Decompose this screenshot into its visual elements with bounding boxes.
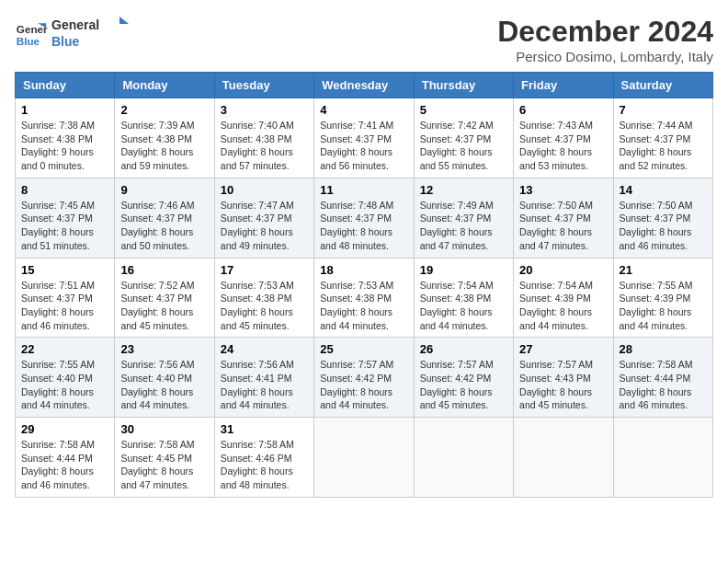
weekday-header-sunday: Sunday xyxy=(16,73,115,98)
weekday-header-saturday: Saturday xyxy=(613,73,712,98)
calendar-cell: 8 Sunrise: 7:45 AMSunset: 4:37 PMDayligh… xyxy=(16,178,115,258)
cell-info: Sunrise: 7:50 AMSunset: 4:37 PMDaylight:… xyxy=(620,200,693,251)
cell-info: Sunrise: 7:41 AMSunset: 4:37 PMDaylight:… xyxy=(320,120,393,171)
cell-info: Sunrise: 7:49 AMSunset: 4:37 PMDaylight:… xyxy=(420,200,494,251)
month-title: December 2024 xyxy=(497,15,713,49)
cell-info: Sunrise: 7:47 AMSunset: 4:37 PMDaylight:… xyxy=(221,200,294,251)
week-row-4: 22 Sunrise: 7:55 AMSunset: 4:40 PMDaylig… xyxy=(16,338,713,418)
page-header: General Blue General Blue December 2024 … xyxy=(15,15,713,64)
day-number: 28 xyxy=(620,342,707,356)
calendar-cell: 27 Sunrise: 7:57 AMSunset: 4:43 PMDaylig… xyxy=(514,338,613,418)
cell-info: Sunrise: 7:45 AMSunset: 4:37 PMDaylight:… xyxy=(21,200,95,251)
cell-info: Sunrise: 7:58 AMSunset: 4:44 PMDaylight:… xyxy=(620,359,693,410)
calendar-cell: 23 Sunrise: 7:56 AMSunset: 4:40 PMDaylig… xyxy=(115,338,214,418)
cell-info: Sunrise: 7:43 AMSunset: 4:37 PMDaylight:… xyxy=(519,120,593,171)
cell-info: Sunrise: 7:52 AMSunset: 4:37 PMDaylight:… xyxy=(120,280,194,331)
day-number: 31 xyxy=(221,422,308,436)
calendar-cell: 10 Sunrise: 7:47 AMSunset: 4:37 PMDaylig… xyxy=(214,178,313,258)
calendar-cell: 12 Sunrise: 7:49 AMSunset: 4:37 PMDaylig… xyxy=(414,178,513,258)
calendar-cell: 25 Sunrise: 7:57 AMSunset: 4:42 PMDaylig… xyxy=(314,338,414,418)
cell-info: Sunrise: 7:55 AMSunset: 4:39 PMDaylight:… xyxy=(620,280,693,331)
day-number: 13 xyxy=(519,183,607,197)
cell-info: Sunrise: 7:40 AMSunset: 4:38 PMDaylight:… xyxy=(221,120,294,171)
cell-info: Sunrise: 7:58 AMSunset: 4:44 PMDaylight:… xyxy=(21,439,95,490)
calendar-cell: 11 Sunrise: 7:48 AMSunset: 4:37 PMDaylig… xyxy=(314,178,414,258)
svg-text:Blue: Blue xyxy=(17,35,40,47)
logo: General Blue General Blue xyxy=(15,15,134,52)
week-row-1: 1 Sunrise: 7:38 AMSunset: 4:38 PMDayligh… xyxy=(16,98,713,178)
calendar-cell: 28 Sunrise: 7:58 AMSunset: 4:44 PMDaylig… xyxy=(613,338,712,418)
day-number: 21 xyxy=(620,263,707,277)
cell-info: Sunrise: 7:56 AMSunset: 4:41 PMDaylight:… xyxy=(221,359,294,410)
cell-info: Sunrise: 7:57 AMSunset: 4:42 PMDaylight:… xyxy=(320,359,393,410)
day-number: 15 xyxy=(21,263,108,277)
day-number: 19 xyxy=(420,263,507,277)
cell-info: Sunrise: 7:51 AMSunset: 4:37 PMDaylight:… xyxy=(21,280,95,331)
day-number: 27 xyxy=(519,342,607,356)
calendar-cell: 30 Sunrise: 7:58 AMSunset: 4:45 PMDaylig… xyxy=(115,418,214,498)
day-number: 8 xyxy=(21,183,108,197)
weekday-header-thursday: Thursday xyxy=(414,73,513,98)
calendar-cell: 19 Sunrise: 7:54 AMSunset: 4:38 PMDaylig… xyxy=(414,258,513,338)
calendar-cell: 18 Sunrise: 7:53 AMSunset: 4:38 PMDaylig… xyxy=(314,258,414,338)
calendar-cell: 26 Sunrise: 7:57 AMSunset: 4:42 PMDaylig… xyxy=(414,338,513,418)
calendar-cell: 3 Sunrise: 7:40 AMSunset: 4:38 PMDayligh… xyxy=(214,98,313,178)
week-row-3: 15 Sunrise: 7:51 AMSunset: 4:37 PMDaylig… xyxy=(16,258,713,338)
cell-info: Sunrise: 7:48 AMSunset: 4:37 PMDaylight:… xyxy=(320,200,393,251)
cell-info: Sunrise: 7:56 AMSunset: 4:40 PMDaylight:… xyxy=(120,359,194,410)
calendar-cell: 1 Sunrise: 7:38 AMSunset: 4:38 PMDayligh… xyxy=(16,98,115,178)
calendar-cell: 16 Sunrise: 7:52 AMSunset: 4:37 PMDaylig… xyxy=(115,258,214,338)
weekday-header-tuesday: Tuesday xyxy=(214,73,313,98)
cell-info: Sunrise: 7:57 AMSunset: 4:43 PMDaylight:… xyxy=(519,359,593,410)
location: Persico Dosimo, Lombardy, Italy xyxy=(497,49,713,64)
calendar-cell: 9 Sunrise: 7:46 AMSunset: 4:37 PMDayligh… xyxy=(115,178,214,258)
logo-icon: General Blue xyxy=(15,17,48,50)
day-number: 6 xyxy=(519,103,607,117)
cell-info: Sunrise: 7:46 AMSunset: 4:37 PMDaylight:… xyxy=(120,200,194,251)
calendar-cell xyxy=(414,418,513,498)
cell-info: Sunrise: 7:54 AMSunset: 4:38 PMDaylight:… xyxy=(420,280,494,331)
weekday-header-wednesday: Wednesday xyxy=(314,73,414,98)
cell-info: Sunrise: 7:54 AMSunset: 4:39 PMDaylight:… xyxy=(519,280,593,331)
weekday-header-friday: Friday xyxy=(514,73,613,98)
weekday-header-monday: Monday xyxy=(115,73,214,98)
calendar-cell xyxy=(514,418,613,498)
svg-marker-4 xyxy=(119,17,129,24)
weekday-header-row: SundayMondayTuesdayWednesdayThursdayFrid… xyxy=(16,73,713,98)
calendar-cell: 2 Sunrise: 7:39 AMSunset: 4:38 PMDayligh… xyxy=(115,98,214,178)
cell-info: Sunrise: 7:42 AMSunset: 4:37 PMDaylight:… xyxy=(420,120,494,171)
calendar-cell: 21 Sunrise: 7:55 AMSunset: 4:39 PMDaylig… xyxy=(613,258,712,338)
cell-info: Sunrise: 7:50 AMSunset: 4:37 PMDaylight:… xyxy=(519,200,593,251)
week-row-5: 29 Sunrise: 7:58 AMSunset: 4:44 PMDaylig… xyxy=(16,418,713,498)
day-number: 4 xyxy=(320,103,407,117)
day-number: 24 xyxy=(221,342,308,356)
cell-info: Sunrise: 7:58 AMSunset: 4:45 PMDaylight:… xyxy=(120,439,194,490)
day-number: 22 xyxy=(21,342,108,356)
logo-svg: General Blue xyxy=(51,15,134,52)
cell-info: Sunrise: 7:53 AMSunset: 4:38 PMDaylight:… xyxy=(221,280,294,331)
title-block: December 2024 Persico Dosimo, Lombardy, … xyxy=(497,15,713,64)
day-number: 29 xyxy=(21,422,108,436)
day-number: 7 xyxy=(620,103,707,117)
calendar-cell xyxy=(613,418,712,498)
calendar-cell xyxy=(314,418,414,498)
cell-info: Sunrise: 7:38 AMSunset: 4:38 PMDaylight:… xyxy=(21,120,95,171)
calendar-cell: 20 Sunrise: 7:54 AMSunset: 4:39 PMDaylig… xyxy=(514,258,613,338)
day-number: 20 xyxy=(519,263,607,277)
day-number: 11 xyxy=(320,183,407,197)
calendar-cell: 22 Sunrise: 7:55 AMSunset: 4:40 PMDaylig… xyxy=(16,338,115,418)
day-number: 25 xyxy=(320,342,407,356)
day-number: 2 xyxy=(120,103,208,117)
calendar-cell: 6 Sunrise: 7:43 AMSunset: 4:37 PMDayligh… xyxy=(514,98,613,178)
svg-text:General: General xyxy=(51,17,99,32)
cell-info: Sunrise: 7:57 AMSunset: 4:42 PMDaylight:… xyxy=(420,359,494,410)
day-number: 18 xyxy=(320,263,407,277)
day-number: 5 xyxy=(420,103,507,117)
calendar-cell: 7 Sunrise: 7:44 AMSunset: 4:37 PMDayligh… xyxy=(613,98,712,178)
calendar-cell: 13 Sunrise: 7:50 AMSunset: 4:37 PMDaylig… xyxy=(514,178,613,258)
day-number: 12 xyxy=(420,183,507,197)
week-row-2: 8 Sunrise: 7:45 AMSunset: 4:37 PMDayligh… xyxy=(16,178,713,258)
day-number: 30 xyxy=(120,422,208,436)
day-number: 1 xyxy=(21,103,108,117)
calendar-cell: 5 Sunrise: 7:42 AMSunset: 4:37 PMDayligh… xyxy=(414,98,513,178)
